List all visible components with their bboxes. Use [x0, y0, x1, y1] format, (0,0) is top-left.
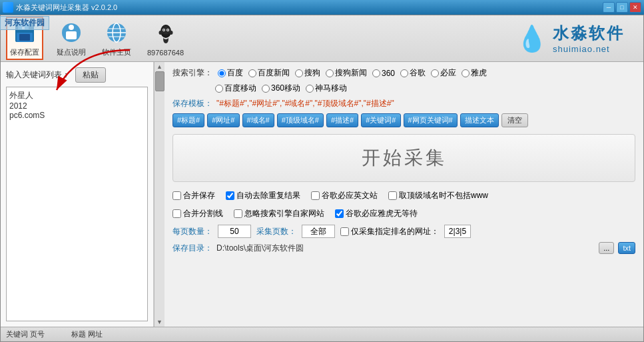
- toolbar: 河东软件园 保存配置: [1, 15, 643, 62]
- radio-shenma[interactable]: 神马移动: [306, 83, 347, 94]
- app-icon: [3, 2, 13, 13]
- help-label: 疑点说明: [57, 47, 86, 57]
- radio-sogou[interactable]: 搜狗: [295, 67, 320, 79]
- radio-biying[interactable]: 必应: [431, 67, 456, 79]
- tag-buttons-row: #标题# #网址# #域名# #顶级域名# #描述# #关键词# #网页关键词#…: [172, 113, 635, 127]
- title-bar-text: 水淼关键词网址采集器 v2.0.2.0: [16, 3, 117, 13]
- save-dir-label: 保存目录：: [172, 243, 212, 254]
- search-engine-label: 搜索引擎：: [172, 67, 212, 79]
- txt-btn[interactable]: txt: [618, 242, 635, 254]
- keyword-textarea[interactable]: 外星人 2012 pc6.comS: [6, 87, 148, 321]
- status-title-url: 标题 网址: [71, 329, 103, 339]
- google-yahu-checkbox[interactable]: 谷歌必应雅虎无等待: [335, 208, 418, 219]
- search-engine-group2: 百度移动 360移动 神马移动: [215, 83, 347, 94]
- start-collect-btn[interactable]: 开始采集: [362, 145, 447, 171]
- rank-input[interactable]: [444, 225, 471, 238]
- no-www-checkbox[interactable]: 取顶级域名时不包括www: [388, 190, 488, 201]
- ignore-self-checkbox[interactable]: 忽略搜索引擎自家网站: [234, 208, 324, 219]
- status-bar: 关键词 页号 标题 网址: [1, 327, 643, 341]
- tag-desc-btn[interactable]: #描述#: [326, 113, 358, 127]
- left-panel: 输入关键词列表： 粘贴 外星人 2012 pc6.comS: [1, 62, 154, 327]
- clear-btn[interactable]: 清空: [501, 113, 528, 127]
- tag-tld-btn[interactable]: #顶级域名#: [277, 113, 324, 127]
- tag-desc-text-btn[interactable]: 描述文本: [460, 113, 499, 127]
- per-page-label: 每页数量：: [172, 226, 212, 237]
- collect-pages-input[interactable]: [302, 225, 335, 238]
- keyword-header: 输入关键词列表： 粘贴: [6, 67, 148, 83]
- search-engine-row2: 百度移动 360移动 神马移动: [172, 83, 635, 94]
- title-bar: 水淼关键词网址采集器 v2.0.2.0 ─ □ ✕: [0, 0, 644, 15]
- radio-360-mobile[interactable]: 360移动: [262, 83, 300, 94]
- qq-button[interactable]: 897687648: [145, 19, 186, 58]
- scroll-indicator[interactable]: ▲ ▼: [154, 62, 164, 327]
- radio-yahoo[interactable]: 雅虎: [462, 67, 487, 79]
- svg-rect-4: [19, 34, 30, 41]
- tag-url-btn[interactable]: #网址#: [207, 113, 239, 127]
- main-window: 河东软件园 保存配置: [0, 15, 644, 342]
- rank-checkbox[interactable]: 仅采集指定排名的网址：: [340, 226, 439, 237]
- content-area: 输入关键词列表： 粘贴 外星人 2012 pc6.comS ▲ ▼ 搜索引擎：: [1, 62, 643, 327]
- scroll-thumb[interactable]: [155, 71, 164, 91]
- tag-title-btn[interactable]: #标题#: [172, 113, 204, 127]
- svg-point-19: [159, 31, 162, 35]
- minimize-btn[interactable]: ─: [603, 2, 615, 13]
- tag-keyword-btn[interactable]: #关键词#: [361, 113, 400, 127]
- svg-rect-7: [66, 31, 77, 39]
- merge-save-checkbox[interactable]: 合并保存: [172, 190, 215, 201]
- svg-point-17: [163, 29, 164, 31]
- maximize-btn[interactable]: □: [616, 2, 628, 13]
- template-value: "#标题#","#网址#","#域名#","#顶级域名#","#描述#": [216, 98, 635, 109]
- logo-area: 💧 水淼软件 shuimiao.net: [516, 23, 638, 54]
- save-dir-path: D:\tools\桌面\河东软件圆: [216, 243, 595, 254]
- status-keywords-pages: 关键词 页号: [6, 329, 45, 339]
- save-dir-row: 保存目录： D:\tools\桌面\河东软件圆 ... txt: [172, 242, 635, 254]
- dedup-checkbox[interactable]: 自动去除重复结果: [226, 190, 300, 201]
- svg-point-6: [69, 25, 74, 30]
- home-label: 软件主页: [102, 47, 131, 57]
- collect-pages-label: 采集页数：: [256, 226, 296, 237]
- keyword-list-label: 输入关键词列表：: [6, 69, 70, 81]
- svg-point-14: [161, 26, 170, 35]
- radio-baidu-mobile[interactable]: 百度移动: [215, 83, 256, 94]
- tag-domain-btn[interactable]: #域名#: [242, 113, 274, 127]
- logo-droplet: 💧: [516, 26, 547, 51]
- template-label: 保存模板：: [172, 98, 212, 109]
- search-engine-group1: 百度 百度新闻 搜狗 搜狗新闻 360: [218, 67, 487, 79]
- browse-btn[interactable]: ...: [599, 242, 614, 254]
- google-en-checkbox[interactable]: 谷歌必应英文站: [311, 190, 378, 201]
- save-config-label: 保存配置: [10, 47, 39, 57]
- per-page-input[interactable]: [218, 225, 251, 238]
- radio-baidu-news[interactable]: 百度新闻: [248, 67, 290, 79]
- radio-360[interactable]: 360: [372, 67, 395, 79]
- right-panel: 搜索引擎： 百度 百度新闻 搜狗 搜狗新闻: [164, 62, 643, 327]
- radio-google[interactable]: 谷歌: [400, 67, 426, 79]
- svg-point-18: [167, 29, 168, 31]
- merge-sep-checkbox[interactable]: 合并分割线: [172, 208, 223, 219]
- logo-main-text: 水淼软件: [553, 23, 625, 44]
- template-row: 保存模板： "#标题#","#网址#","#域名#","#顶级域名#","#描述…: [172, 98, 635, 109]
- paste-button[interactable]: 粘贴: [75, 67, 106, 83]
- start-section: 开始采集: [172, 134, 635, 182]
- radio-sogou-news[interactable]: 搜狗新闻: [326, 67, 367, 79]
- tag-webpage-keyword-btn[interactable]: #网页关键词#: [404, 113, 458, 127]
- checkbox-row1: 合并保存 自动去除重复结果 谷歌必应英文站 取顶级域名时不包括www: [172, 189, 635, 203]
- svg-point-20: [169, 31, 172, 35]
- home-button[interactable]: 软件主页: [99, 18, 134, 59]
- settings-row: 每页数量： 采集页数： 仅采集指定排名的网址：: [172, 225, 635, 238]
- radio-baidu[interactable]: 百度: [218, 67, 243, 79]
- checkbox-row2: 合并分割线 忽略搜索引擎自家网站 谷歌必应雅虎无等待: [172, 207, 635, 221]
- close-btn[interactable]: ✕: [629, 2, 641, 13]
- logo-sub-text: shuimiao.net: [553, 44, 625, 54]
- help-button[interactable]: 疑点说明: [54, 18, 89, 59]
- qq-num-label: 897687648: [147, 49, 184, 57]
- search-engine-row1: 搜索引擎： 百度 百度新闻 搜狗 搜狗新闻: [172, 67, 635, 79]
- watermark: 河东软件园: [0, 16, 49, 30]
